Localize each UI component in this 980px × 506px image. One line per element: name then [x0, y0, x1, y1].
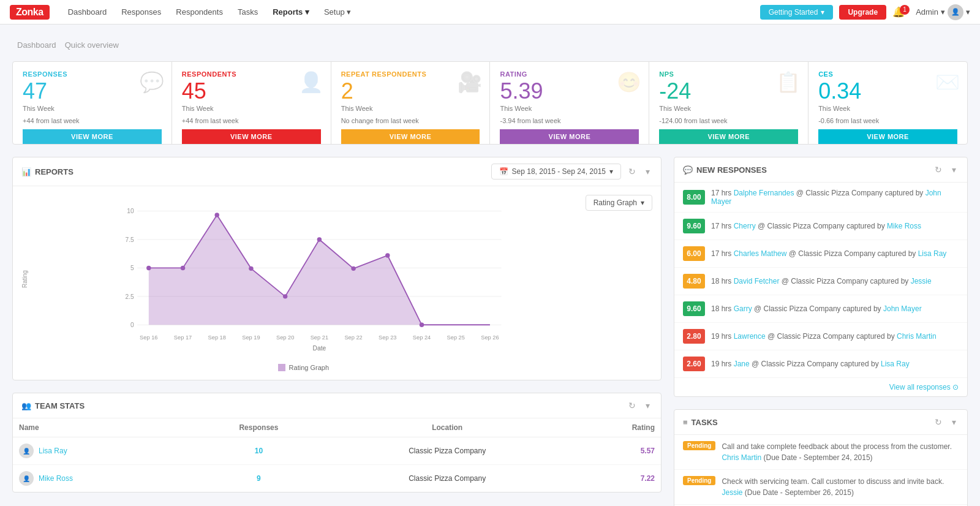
team-stats-collapse-button[interactable]: ▾: [643, 399, 652, 412]
nav-tasks[interactable]: Tasks: [232, 5, 264, 19]
repeat-footer[interactable]: VIEW MORE: [341, 129, 480, 144]
nav-links: Dashboard Responses Respondents Tasks Re…: [62, 5, 760, 19]
task-text-1: Call and take complete feedback about th…: [722, 441, 959, 463]
team-icon: 👥: [21, 401, 31, 410]
nps-footer[interactable]: VIEW MORE: [659, 129, 798, 144]
nav-dashboard[interactable]: Dashboard: [62, 5, 113, 19]
ces-icon: ✉️: [935, 70, 960, 94]
nav-setup[interactable]: Setup ▾: [318, 5, 358, 19]
graph-type-dropdown[interactable]: Rating Graph ▾: [586, 195, 652, 211]
svg-point-31: [420, 323, 424, 327]
score-badge-7: 2.60: [683, 357, 705, 371]
nps-sub2: -124.00 from last week: [659, 117, 798, 124]
team-stats-refresh-button[interactable]: ↻: [626, 399, 638, 412]
tasks-refresh-button[interactable]: ↻: [932, 416, 944, 428]
svg-text:Sep 21: Sep 21: [311, 334, 328, 341]
admin-dropdown[interactable]: Admin ▾ 👤 ▾: [916, 4, 970, 20]
nav-respondents[interactable]: Respondents: [170, 5, 229, 19]
svg-text:Sep 17: Sep 17: [174, 334, 192, 341]
list-item: 4.80 18 hrs David Fetcher @ Classic Pizz…: [674, 268, 967, 295]
task-status-1: Pending: [683, 441, 715, 450]
rating-sub1: This Week: [500, 105, 639, 112]
team-member-1-link[interactable]: Lisa Ray: [39, 447, 67, 455]
col-header-rating: Rating: [567, 418, 661, 437]
getting-started-arrow: ▾: [821, 8, 824, 17]
rating-footer[interactable]: VIEW MORE: [500, 129, 639, 144]
new-responses-list: 8.00 17 hrs Dalphe Fernandes @ Classic P…: [674, 183, 967, 377]
team-member-2-link[interactable]: Mike Ross: [39, 474, 73, 483]
navbar-right: Getting Started ▾ Upgrade 🔔 1 Admin ▾ 👤 …: [760, 4, 970, 20]
new-responses-collapse-button[interactable]: ▾: [949, 164, 959, 176]
new-responses-panel: 💬 NEW RESPONSES ↻ ▾ 8.00 17 hrs Dalphe F…: [674, 157, 968, 397]
responses-footer[interactable]: VIEW MORE: [23, 129, 162, 144]
bar-chart-icon: 📊: [21, 167, 31, 176]
chart-area: Rating 10: [21, 200, 586, 371]
left-column: 📊 REPORTS 📅 Sep 18, 2015 - Sep 24, 2015 …: [12, 157, 662, 506]
reports-panel: 📊 REPORTS 📅 Sep 18, 2015 - Sep 24, 2015 …: [12, 157, 662, 380]
navbar: Zonka Dashboard Responses Respondents Ta…: [0, 0, 980, 25]
repeat-sub2: No change from last week: [341, 117, 480, 124]
dashboard-subtitle: Quick overview: [65, 40, 119, 50]
response-text-3: 17 hrs Charles Mathew @ Classic Pizza Co…: [711, 249, 946, 258]
getting-started-button[interactable]: Getting Started ▾: [760, 5, 834, 20]
team-member-1-responses: 10: [190, 437, 328, 465]
team-member-1-name: 👤 Lisa Ray: [13, 437, 190, 465]
ces-footer[interactable]: VIEW MORE: [818, 129, 957, 144]
repeat-icon: 🎥: [458, 70, 482, 94]
tasks-header: ≡ TASKS ↻ ▾: [674, 410, 967, 435]
page-title: Dashboard Quick overview: [12, 36, 968, 51]
new-responses-header: 💬 NEW RESPONSES ↻ ▾: [674, 157, 967, 183]
tasks-collapse-button[interactable]: ▾: [949, 416, 959, 428]
team-member-2-rating: 7.22: [567, 465, 661, 493]
list-item: Pending Call and take complete feedback …: [674, 435, 967, 470]
admin-arrow: ▾: [941, 7, 945, 17]
rating-sub2: -3.94 from last week: [500, 117, 639, 124]
chart-legend: Rating Graph: [21, 364, 586, 371]
svg-marker-22: [149, 215, 490, 325]
col-header-responses: Responses: [190, 418, 328, 437]
y-axis-label: Rating: [21, 200, 28, 359]
logo[interactable]: Zonka: [10, 5, 50, 20]
task-status-2: Pending: [683, 476, 715, 485]
response-text-4: 18 hrs David Fetcher @ Classic Pizza Com…: [711, 277, 932, 285]
chart-wrapper: Rating 10: [21, 200, 586, 359]
reports-collapse-button[interactable]: ▾: [643, 165, 652, 178]
team-stats-title: 👥 TEAM STATS: [21, 401, 85, 410]
nav-reports[interactable]: Reports ▾: [266, 5, 315, 19]
avatar-arrow: ▾: [966, 7, 970, 17]
speech-bubble-icon: 💬: [683, 165, 693, 175]
score-badge-4: 4.80: [683, 274, 705, 289]
nav-responses[interactable]: Responses: [115, 5, 167, 19]
tasks-list: Pending Call and take complete feedback …: [674, 435, 967, 506]
svg-text:Sep 25: Sep 25: [447, 334, 465, 341]
new-responses-refresh-button[interactable]: ↻: [932, 164, 944, 176]
view-all-responses-link[interactable]: View all responses ⊙: [674, 377, 967, 396]
svg-text:Sep 16: Sep 16: [140, 334, 157, 341]
team-member-1-location: Classic Pizza Company: [328, 437, 567, 465]
score-badge-3: 6.00: [683, 246, 705, 261]
respondents-icon: 👤: [299, 70, 323, 94]
list-item: 9.60 18 hrs Garry @ Classic Pizza Compan…: [674, 295, 967, 323]
team-member-2-name: 👤 Mike Ross: [13, 465, 190, 493]
team-avatar-1: 👤: [19, 444, 34, 458]
score-badge-5: 9.60: [683, 301, 705, 316]
task-text-2: Check with servicing team. Call customer…: [722, 476, 959, 498]
responses-icon: 💬: [140, 70, 164, 94]
nps-icon: 📋: [776, 70, 801, 94]
team-avatar-2: 👤: [19, 471, 34, 486]
list-item: 2.60 19 hrs Jane @ Classic Pizza Company…: [674, 350, 967, 377]
upgrade-button[interactable]: Upgrade: [839, 5, 886, 20]
team-stats-body: Name Responses Location Rating 👤: [13, 418, 661, 492]
date-range-picker[interactable]: 📅 Sep 18, 2015 - Sep 24, 2015 ▾: [491, 164, 621, 179]
respondents-footer[interactable]: VIEW MORE: [182, 129, 321, 144]
score-badge-1: 8.00: [683, 190, 705, 205]
svg-text:Sep 26: Sep 26: [481, 334, 499, 341]
list-item: Pending Check with servicing team. Call …: [674, 470, 967, 505]
two-column-layout: 📊 REPORTS 📅 Sep 18, 2015 - Sep 24, 2015 …: [12, 157, 968, 506]
getting-started-label: Getting Started: [769, 8, 818, 17]
response-text-1: 17 hrs Dalphe Fernandes @ Classic Pizza …: [711, 189, 959, 206]
col-header-name: Name: [13, 418, 190, 437]
reports-refresh-button[interactable]: ↻: [626, 165, 638, 178]
team-stats-header: 👥 TEAM STATS ↻ ▾: [13, 393, 661, 418]
chart-svg-wrap: 10 7.5 5 2.5 0 Sep 16 Sep 17 Sep 18 S: [31, 200, 586, 359]
